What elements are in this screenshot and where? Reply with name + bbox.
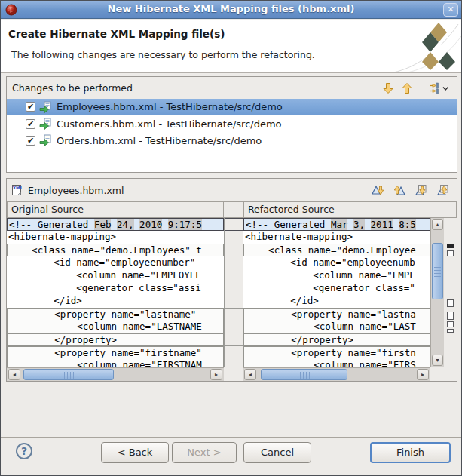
vertical-scrollbar[interactable]: ▴ ▾ <box>430 218 444 367</box>
previous-difference-icon[interactable] <box>392 183 407 198</box>
compare-body: <!-- Generated Feb 24, 2010 9:17:5<hiber… <box>7 218 457 381</box>
original-horizontal-scrollbar[interactable]: ◂ ▸ <box>7 367 224 381</box>
changes-header: Changes to be performed <box>7 77 457 99</box>
code-text: </id> <box>245 295 319 306</box>
refactored-horizontal-scrollbar[interactable]: ◂ ▸ <box>243 367 430 381</box>
code-text: <column name="EMPL <box>245 269 415 281</box>
code-text: <!-- Generated <box>246 219 331 230</box>
next-difference-icon[interactable] <box>370 183 385 198</box>
scrollbar-thumb[interactable] <box>23 369 114 380</box>
help-icon[interactable]: ? <box>16 443 32 459</box>
original-source-code[interactable]: <!-- Generated Feb 24, 2010 9:17:5<hiber… <box>7 218 224 367</box>
scroll-left-icon[interactable]: ◂ <box>8 369 20 380</box>
preview-section: XML Employees.hbm.xml <box>6 178 457 382</box>
refactored-source-header: Refactored Source <box>243 201 457 218</box>
code-line: <column name="LASTNAME <box>7 321 224 333</box>
page-description: The following changes are necessary to p… <box>11 49 315 60</box>
scroll-left-icon[interactable]: ◂ <box>244 369 256 380</box>
change-checkbox[interactable]: ✔ <box>26 136 35 146</box>
next-button: Next > <box>172 442 237 463</box>
scrollbar-thumb[interactable] <box>432 243 443 299</box>
previous-change-icon[interactable] <box>436 183 451 198</box>
code-line: <generator class=" <box>243 282 430 295</box>
move-down-icon[interactable] <box>381 81 395 96</box>
code-text <box>134 219 140 230</box>
code-line: <generator class="assi <box>7 282 224 295</box>
back-button[interactable]: < Back <box>101 442 169 463</box>
diff-word-highlight: Feb <box>94 219 112 230</box>
filter-changes-icon[interactable] <box>428 81 451 96</box>
compare-header: XML Employees.hbm.xml <box>7 179 457 201</box>
diff-marker[interactable] <box>447 312 454 320</box>
change-checkbox[interactable]: ✔ <box>26 102 35 112</box>
diff-marker[interactable] <box>447 321 454 327</box>
code-line: <column name="FIRS <box>243 359 430 367</box>
titlebar[interactable]: New Hibernate XML Mapping files (hbm.xml… <box>1 1 461 19</box>
code-text: </id> <box>8 295 82 306</box>
close-icon[interactable]: ✕ <box>443 3 458 17</box>
scroll-right-icon[interactable]: ▸ <box>417 369 429 380</box>
diff-word-highlight: 9:17:5 <box>168 219 202 230</box>
diff-marker[interactable] <box>447 329 454 333</box>
code-line: <column name="FIRSTNAM <box>7 359 224 367</box>
compare-center-header <box>224 201 243 218</box>
scroll-up-icon[interactable]: ▴ <box>432 219 443 230</box>
compare-file-label: Employees.hbm.xml <box>28 185 124 196</box>
diff-word-highlight: Mar <box>331 219 348 230</box>
scroll-down-icon[interactable]: ▾ <box>432 355 443 366</box>
original-source-pane: <!-- Generated Feb 24, 2010 9:17:5<hiber… <box>7 218 224 381</box>
change-list-item[interactable]: ✔Orders.hbm.xml - TestHibernate/src/demo <box>7 132 457 149</box>
hibernate-logo <box>412 22 457 70</box>
code-text: <property name="firstname" <box>9 347 202 358</box>
changes-toolbar <box>381 81 451 96</box>
diff-marker[interactable] <box>447 299 454 307</box>
code-text: <column name="EMPLOYEE <box>8 269 201 281</box>
diff-word-highlight: 24, <box>117 219 134 230</box>
changes-list: ✔Employees.hbm.xml - TestHibernate/src/d… <box>7 99 457 172</box>
overview-ruler <box>444 218 457 381</box>
code-line: <property name="firstn <box>243 346 430 359</box>
code-line: <id name="employeenumber" <box>7 256 224 269</box>
diff-marker[interactable] <box>447 244 454 248</box>
code-text <box>162 219 168 230</box>
code-text: <property name="lastname" <box>9 309 196 320</box>
code-text: <column name="FIRSTNAM <box>9 359 202 367</box>
code-text <box>347 219 353 230</box>
change-checkbox[interactable]: ✔ <box>26 119 35 129</box>
finish-button[interactable]: Finish <box>370 442 451 463</box>
changes-section: Changes to be performed <box>6 76 457 173</box>
diff-marker[interactable] <box>447 250 454 256</box>
code-text <box>111 219 117 230</box>
code-text: <hibernate-mapping> <box>8 231 116 242</box>
code-line: </property> <box>243 333 430 346</box>
code-text <box>365 219 371 230</box>
code-line: <property name="firstname" <box>7 346 224 359</box>
move-up-icon[interactable] <box>400 81 414 96</box>
scroll-right-icon[interactable]: ▸ <box>210 369 222 380</box>
xml-file-icon: XML <box>11 184 23 196</box>
toolbar-separator <box>421 81 421 95</box>
changes-label: Changes to be performed <box>12 82 133 94</box>
code-text: </property> <box>246 334 353 345</box>
code-text: <id name="employeenumber" <box>8 256 195 268</box>
change-list-item[interactable]: ✔Employees.hbm.xml - TestHibernate/src/d… <box>7 99 457 115</box>
code-line: <id name="employeenumb <box>243 256 430 269</box>
code-text: <column name="FIRS <box>246 359 416 367</box>
next-change-icon[interactable] <box>414 183 429 198</box>
window-title: New Hibernate XML Mapping files (hbm.xml… <box>1 3 461 14</box>
compare-toolbar <box>370 183 451 198</box>
scrollbar-thumb[interactable] <box>261 369 347 380</box>
diff-word-highlight: 2010 <box>139 219 162 230</box>
code-text: <!-- Generated <box>9 219 94 230</box>
diff-word-highlight: 2011 <box>371 219 393 230</box>
code-text: </property> <box>9 334 117 345</box>
code-line: <property name="lastna <box>243 308 430 321</box>
change-list-item[interactable]: ✔Customers.hbm.xml - TestHibernate/src/d… <box>7 115 457 132</box>
refactored-source-code[interactable]: <!-- Generated Mar 3, 2011 8:5<hibernate… <box>243 218 430 367</box>
code-text: <generator class=" <box>245 282 415 293</box>
diff-connector-gutter <box>224 218 243 367</box>
dialog-window: New Hibernate XML Mapping files (hbm.xml… <box>0 0 462 476</box>
change-file-icon <box>39 118 51 130</box>
cancel-button[interactable]: Cancel <box>243 442 311 463</box>
wizard-header: Create Hibernate XML Mapping file(s) The… <box>1 20 461 73</box>
